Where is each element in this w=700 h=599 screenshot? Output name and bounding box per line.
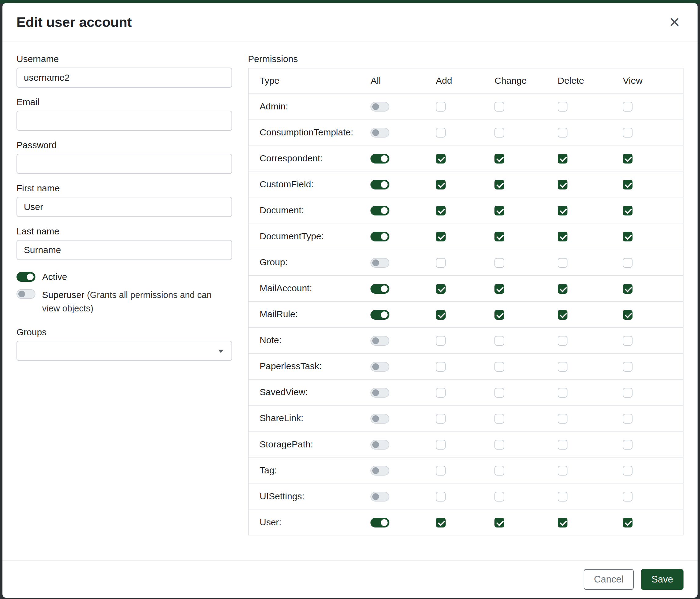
save-button[interactable]: Save xyxy=(641,569,683,590)
permission-view-checkbox[interactable] xyxy=(623,518,632,527)
permission-delete-checkbox[interactable] xyxy=(558,128,568,138)
permission-add-checkbox[interactable] xyxy=(436,440,446,450)
permission-change-checkbox[interactable] xyxy=(495,102,504,112)
permission-change-checkbox[interactable] xyxy=(495,258,504,268)
permission-add-checkbox[interactable] xyxy=(436,310,446,320)
permission-view-checkbox[interactable] xyxy=(623,336,632,346)
permission-all-toggle[interactable] xyxy=(371,492,390,502)
permission-delete-checkbox[interactable] xyxy=(558,466,568,476)
permission-delete-checkbox[interactable] xyxy=(558,154,568,164)
permission-change-checkbox[interactable] xyxy=(495,284,504,294)
permission-change-checkbox[interactable] xyxy=(495,388,504,398)
permission-delete-checkbox[interactable] xyxy=(558,232,568,241)
permission-add-checkbox[interactable] xyxy=(436,414,446,424)
permission-add-checkbox[interactable] xyxy=(436,336,446,346)
permission-delete-checkbox[interactable] xyxy=(558,102,568,112)
permission-all-toggle[interactable] xyxy=(371,336,390,346)
permission-change-checkbox[interactable] xyxy=(495,206,504,215)
permission-change-checkbox[interactable] xyxy=(495,466,504,476)
permission-delete-checkbox[interactable] xyxy=(558,180,568,190)
email-field[interactable] xyxy=(17,111,232,131)
username-input[interactable] xyxy=(17,68,232,88)
permission-delete-checkbox[interactable] xyxy=(558,310,568,320)
permission-delete-checkbox[interactable] xyxy=(558,362,568,372)
permission-all-toggle[interactable] xyxy=(371,440,390,450)
permission-view-checkbox[interactable] xyxy=(623,154,632,164)
permission-view-checkbox[interactable] xyxy=(623,284,632,294)
permission-all-toggle[interactable] xyxy=(371,466,390,476)
permission-delete-checkbox[interactable] xyxy=(558,414,568,424)
groups-select[interactable] xyxy=(17,341,232,361)
permission-view-checkbox[interactable] xyxy=(623,206,632,215)
permission-add-checkbox[interactable] xyxy=(436,492,446,502)
permission-add-checkbox[interactable] xyxy=(436,180,446,190)
permission-all-toggle[interactable] xyxy=(371,258,390,268)
cancel-button[interactable]: Cancel xyxy=(584,569,634,590)
permission-add-checkbox[interactable] xyxy=(436,232,446,241)
permission-add-checkbox[interactable] xyxy=(436,466,446,476)
permission-add-checkbox[interactable] xyxy=(436,518,446,527)
permission-all-toggle[interactable] xyxy=(371,388,390,398)
permission-all-toggle[interactable] xyxy=(371,154,390,164)
active-toggle[interactable] xyxy=(17,272,35,282)
permission-change-checkbox[interactable] xyxy=(495,310,504,320)
permission-all-toggle[interactable] xyxy=(371,128,390,138)
permission-all-toggle[interactable] xyxy=(371,414,390,424)
toggle-knob xyxy=(381,519,388,526)
permission-all-toggle[interactable] xyxy=(371,232,390,241)
permission-all-toggle[interactable] xyxy=(371,206,390,215)
permission-delete-checkbox[interactable] xyxy=(558,440,568,450)
permission-delete-checkbox[interactable] xyxy=(558,206,568,215)
close-icon[interactable]: ✕ xyxy=(666,14,683,31)
permission-add-checkbox[interactable] xyxy=(436,128,446,138)
first-name-field[interactable] xyxy=(17,197,232,217)
permission-change-checkbox[interactable] xyxy=(495,414,504,424)
permission-change-checkbox[interactable] xyxy=(495,232,504,241)
permission-delete-checkbox[interactable] xyxy=(558,258,568,268)
permission-add-checkbox[interactable] xyxy=(436,154,446,164)
permission-delete-checkbox[interactable] xyxy=(558,336,568,346)
permission-view-checkbox[interactable] xyxy=(623,388,632,398)
permission-view-checkbox[interactable] xyxy=(623,492,632,502)
permission-view-checkbox[interactable] xyxy=(623,128,632,138)
permission-change-checkbox[interactable] xyxy=(495,362,504,372)
permission-add-checkbox[interactable] xyxy=(436,102,446,112)
permission-change-checkbox[interactable] xyxy=(495,128,504,138)
permission-view-checkbox[interactable] xyxy=(623,102,632,112)
permission-add-checkbox[interactable] xyxy=(436,258,446,268)
permission-all-toggle[interactable] xyxy=(371,362,390,372)
permission-add-checkbox[interactable] xyxy=(436,388,446,398)
permission-view-checkbox[interactable] xyxy=(623,414,632,424)
permission-all-toggle[interactable] xyxy=(371,180,390,190)
permission-view-checkbox[interactable] xyxy=(623,440,632,450)
permission-all-toggle[interactable] xyxy=(371,310,390,320)
password-field[interactable] xyxy=(17,154,232,174)
permission-change-checkbox[interactable] xyxy=(495,492,504,502)
permission-delete-checkbox[interactable] xyxy=(558,518,568,527)
permission-view-checkbox[interactable] xyxy=(623,466,632,476)
permission-type-label: DocumentType: xyxy=(248,223,366,249)
permission-view-checkbox[interactable] xyxy=(623,310,632,320)
permission-view-checkbox[interactable] xyxy=(623,362,632,372)
superuser-toggle[interactable] xyxy=(17,289,35,299)
permission-delete-checkbox[interactable] xyxy=(558,284,568,294)
permission-change-checkbox[interactable] xyxy=(495,180,504,190)
last-name-field[interactable] xyxy=(17,240,232,260)
permission-type-label: MailAccount: xyxy=(248,275,366,301)
permission-view-checkbox[interactable] xyxy=(623,258,632,268)
permission-change-checkbox[interactable] xyxy=(495,336,504,346)
permission-change-checkbox[interactable] xyxy=(495,440,504,450)
permission-all-toggle[interactable] xyxy=(371,102,390,112)
permission-type-label: StoragePath: xyxy=(248,431,366,457)
permission-view-checkbox[interactable] xyxy=(623,180,632,190)
permission-view-checkbox[interactable] xyxy=(623,232,632,241)
permission-add-checkbox[interactable] xyxy=(436,206,446,215)
permission-all-toggle[interactable] xyxy=(371,518,390,527)
permission-add-checkbox[interactable] xyxy=(436,362,446,372)
permission-delete-checkbox[interactable] xyxy=(558,388,568,398)
permission-delete-checkbox[interactable] xyxy=(558,492,568,502)
permission-change-checkbox[interactable] xyxy=(495,518,504,527)
permission-all-toggle[interactable] xyxy=(371,284,390,294)
permission-add-checkbox[interactable] xyxy=(436,284,446,294)
permission-change-checkbox[interactable] xyxy=(495,154,504,164)
